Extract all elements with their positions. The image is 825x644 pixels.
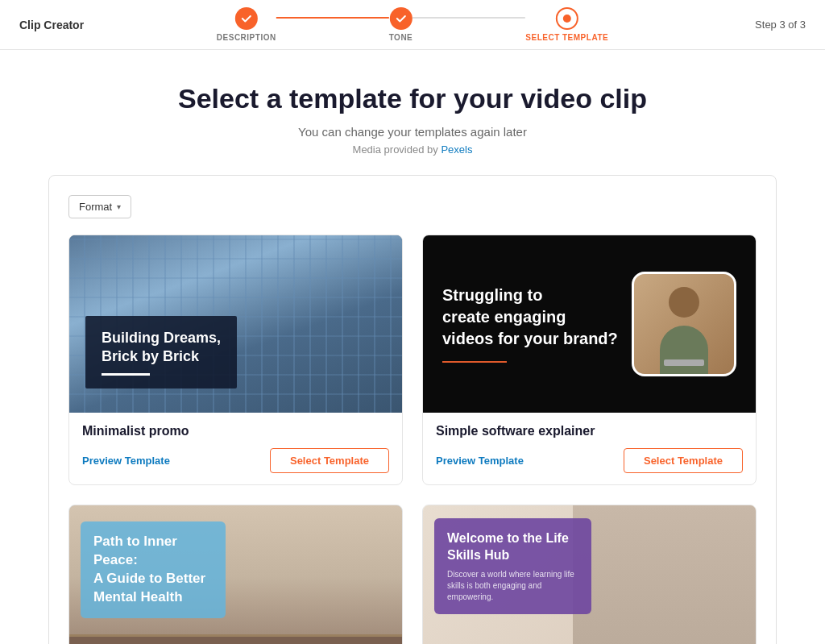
step-label-select-template: SELECT TEMPLATE <box>525 33 608 42</box>
template-preview-lifeskills: Welcome to the Life Skills Hub Discover … <box>423 505 756 644</box>
minimalist-bar <box>102 373 150 376</box>
template-card-lifeskills: Welcome to the Life Skills Hub Discover … <box>422 505 757 644</box>
template-info-software: Simple software explainer Preview Templa… <box>423 413 756 484</box>
format-filter-button[interactable]: Format ▾ <box>68 195 131 218</box>
preview-link-software[interactable]: Preview Template <box>436 455 524 467</box>
template-card-software: Struggling tocreate engagingvideos for y… <box>422 235 757 485</box>
page-heading: Select a template for your video clip <box>48 82 777 115</box>
person-body <box>660 326 708 374</box>
media-credit-prefix: Media provided by <box>353 143 442 156</box>
person-head <box>669 287 699 318</box>
template-preview-mental: Path to Inner Peace:A Guide to BetterMen… <box>69 505 402 644</box>
step-circle-tone <box>389 7 412 30</box>
template-actions-minimalist: Preview Template Select Template <box>82 448 389 473</box>
minimalist-text-box: Building Dreams,Brick by Brick <box>85 316 237 388</box>
select-template-button-minimalist[interactable]: Select Template <box>270 448 389 473</box>
lifeskills-shelf-area <box>573 505 756 644</box>
step-tone: TONE <box>389 7 413 42</box>
pexels-link[interactable]: Pexels <box>441 143 472 156</box>
software-divider <box>442 361 507 363</box>
template-actions-software: Preview Template Select Template <box>436 448 743 473</box>
step-circle-description <box>235 7 258 30</box>
step-description: DESCRIPTION <box>217 7 276 42</box>
preview-link-minimalist[interactable]: Preview Template <box>82 455 170 467</box>
step-indicator: Step 3 of 3 <box>755 19 806 31</box>
person-silhouette <box>652 285 716 374</box>
step-label-description: DESCRIPTION <box>217 33 276 42</box>
page-subheading: You can change your templates again late… <box>48 125 777 139</box>
top-nav: Clip Creator DESCRIPTION TONE SELECT TEM… <box>0 0 825 50</box>
progress-steps: DESCRIPTION TONE SELECT TEMPLATE <box>217 7 608 42</box>
select-template-button-software[interactable]: Select Template <box>624 448 743 473</box>
templates-container: Format ▾ Building Dreams,Brick by Brick … <box>48 175 777 644</box>
template-preview-software: Struggling tocreate engagingvideos for y… <box>423 235 756 413</box>
step-select-template: SELECT TEMPLATE <box>525 7 608 42</box>
mental-floor <box>69 634 402 644</box>
step-connector-1 <box>276 17 389 19</box>
minimalist-title: Building Dreams,Brick by Brick <box>102 329 221 367</box>
template-card-minimalist: Building Dreams,Brick by Brick Minimalis… <box>68 235 403 485</box>
template-card-mental: Path to Inner Peace:A Guide to BetterMen… <box>68 505 403 644</box>
software-headline: Struggling tocreate engagingvideos for y… <box>442 285 619 350</box>
laptop-prop <box>664 359 704 366</box>
lifeskills-text-box: Welcome to the Life Skills Hub Discover … <box>434 518 591 614</box>
step-connector-2 <box>412 17 525 19</box>
template-name-software: Simple software explainer <box>436 424 743 438</box>
software-text-block: Struggling tocreate engagingvideos for y… <box>442 285 619 363</box>
main-content: Select a template for your video clip Yo… <box>0 50 825 644</box>
mental-text-box: Path to Inner Peace:A Guide to BetterMen… <box>81 521 226 618</box>
format-label: Format <box>79 201 112 213</box>
mental-title: Path to Inner Peace:A Guide to BetterMen… <box>93 533 213 607</box>
lifeskills-title: Welcome to the Life Skills Hub <box>447 530 578 564</box>
media-credit: Media provided by Pexels <box>48 143 777 156</box>
template-preview-minimalist: Building Dreams,Brick by Brick <box>69 235 402 413</box>
chevron-down-icon: ▾ <box>117 202 121 211</box>
template-name-minimalist: Minimalist promo <box>82 424 389 438</box>
app-title: Clip Creator <box>19 19 84 31</box>
step-label-tone: TONE <box>389 33 413 42</box>
software-person-image <box>632 272 736 376</box>
template-grid: Building Dreams,Brick by Brick Minimalis… <box>68 235 757 644</box>
lifeskills-sub: Discover a world where learning life ski… <box>447 569 578 603</box>
template-info-minimalist: Minimalist promo Preview Template Select… <box>69 413 402 484</box>
step-circle-select-template <box>556 7 578 30</box>
